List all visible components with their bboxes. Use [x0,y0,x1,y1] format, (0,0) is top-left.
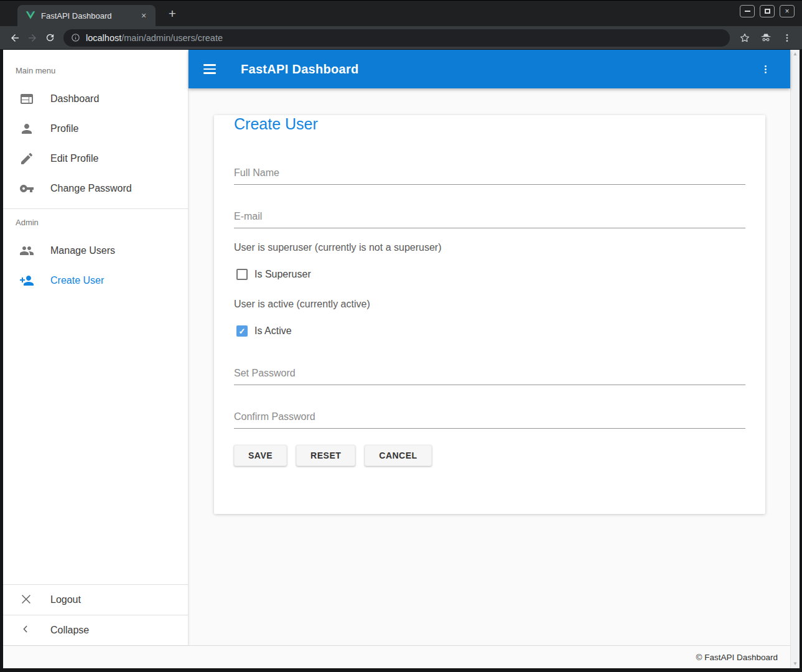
sidebar: Main menu Dashboard Profile [3,50,189,645]
is-superuser-checkbox[interactable] [236,269,248,280]
sidebar-section-main-menu: Main menu [3,66,188,75]
sidebar-item-label: Dashboard [50,93,99,105]
reset-button[interactable]: RESET [296,445,355,466]
full-name-field-wrap [234,167,745,185]
key-icon [19,181,34,196]
main-area: FastAPI Dashboard Create User [189,50,790,645]
reload-button[interactable] [41,29,58,47]
browser-toolbar: localhost/main/admin/users/create [0,26,802,50]
browser-tab[interactable]: FastAPI Dashboard × [17,5,156,26]
info-icon [71,33,80,42]
form-actions: SAVE RESET CANCEL [234,445,745,466]
scroll-down-arrow-icon[interactable]: ▼ [793,661,798,666]
dashboard-web-icon [19,91,34,106]
page-footer: © FastAPI Dashboard [3,645,790,668]
url-text: localhost/main/admin/users/create [86,33,223,43]
page-title: Create User [234,115,745,133]
address-bar[interactable]: localhost/main/admin/users/create [63,29,730,47]
kebab-menu-icon [782,33,792,43]
browser-menu-button[interactable] [778,29,796,47]
bookmark-star-button[interactable] [736,29,753,47]
chevron-left-icon [19,623,34,638]
sidebar-item-label: Logout [50,594,81,605]
set-password-field-wrap [234,368,745,385]
full-name-input[interactable] [234,167,745,185]
tab-close-icon[interactable]: × [138,10,149,21]
sidebar-item-label: Manage Users [50,245,115,256]
cancel-button[interactable]: CANCEL [365,445,431,466]
app-window: Main menu Dashboard Profile [3,50,800,668]
window-close-button[interactable]: × [780,5,795,17]
app-toolbar: FastAPI Dashboard [189,50,790,88]
tab-title: FastAPI Dashboard [41,11,133,21]
forward-arrow-icon [27,32,38,44]
sidebar-item-label: Collapse [50,625,89,636]
edit-pencil-icon [19,151,34,166]
sidebar-item-create-user[interactable]: Create User [3,266,188,296]
hamburger-menu-button[interactable] [203,62,218,77]
sidebar-item-label: Profile [50,123,78,134]
sidebar-section-admin: Admin [3,218,188,227]
confirm-password-field-wrap [234,411,745,429]
sidebar-item-manage-users[interactable]: Manage Users [3,236,188,266]
close-icon: × [785,7,789,15]
email-field-wrap [234,211,745,228]
incognito-profile-button[interactable] [757,29,775,47]
is-active-label: Is Active [254,325,292,337]
sidebar-item-profile[interactable]: Profile [3,114,188,144]
star-icon [739,32,750,44]
vue-favicon-icon [26,11,35,21]
new-tab-button[interactable]: + [164,6,180,22]
kebab-menu-icon [760,64,771,75]
sidebar-item-edit-profile[interactable]: Edit Profile [3,144,188,174]
back-button[interactable] [6,29,24,47]
sidebar-item-label: Edit Profile [50,153,98,164]
sidebar-item-dashboard[interactable]: Dashboard [3,84,188,114]
browser-tabstrip: FastAPI Dashboard × + × [0,0,802,26]
is-active-checkbox[interactable]: ✓ [236,325,248,337]
reload-icon [45,32,55,43]
sidebar-item-label: Create User [50,275,104,286]
confirm-password-input[interactable] [234,411,745,429]
forward-button[interactable] [24,29,41,47]
save-button[interactable]: SAVE [234,445,287,466]
superuser-note: User is superuser (currently is not a su… [234,242,745,253]
is-active-checkbox-row[interactable]: ✓ Is Active [234,325,745,337]
logout-x-icon [19,592,34,607]
app-menu-button[interactable] [758,62,773,77]
sidebar-spacer [3,296,188,584]
people-icon [19,243,34,258]
window-minimize-button[interactable] [740,5,755,17]
toolbar-actions [736,29,796,47]
back-arrow-icon [9,32,21,44]
sidebar-item-collapse[interactable]: Collapse [3,615,188,645]
minimize-icon [745,11,750,12]
vertical-scrollbar[interactable]: ▲ ▼ [790,50,800,668]
sidebar-item-label: Change Password [50,183,132,194]
url-host: localhost [86,33,121,43]
set-password-input[interactable] [234,368,745,385]
sidebar-item-change-password[interactable]: Change Password [3,174,188,203]
sidebar-divider [3,208,188,209]
person-icon [19,121,34,136]
is-superuser-checkbox-row[interactable]: Is Superuser [234,269,745,280]
is-superuser-label: Is Superuser [254,269,311,280]
person-add-icon [19,273,34,288]
incognito-icon [760,32,772,44]
sidebar-item-logout[interactable]: Logout [3,585,188,615]
copyright-text: © FastAPI Dashboard [696,653,778,662]
url-path: /main/admin/users/create [121,33,223,43]
app-title: FastAPI Dashboard [241,62,359,77]
window-maximize-button[interactable] [760,5,775,17]
scroll-up-arrow-icon[interactable]: ▲ [793,52,798,57]
create-user-card: Create User User is superuser (currently… [214,115,765,514]
window-controls: × [740,5,795,17]
page-content: Create User User is superuser (currently… [189,88,790,645]
email-input[interactable] [234,211,745,228]
maximize-icon [765,9,770,14]
active-note: User is active (currently active) [234,299,745,310]
